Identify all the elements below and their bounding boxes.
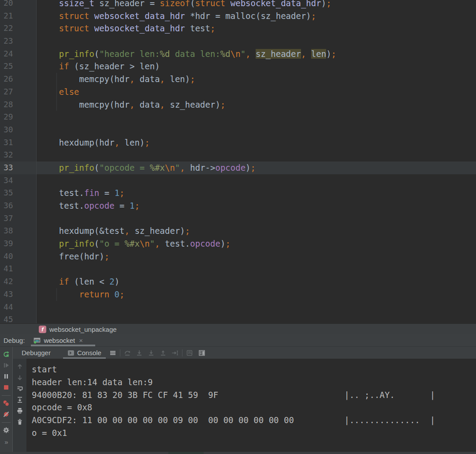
line-number: 23 bbox=[0, 35, 37, 48]
editor-line-43[interactable]: 43 return 0; bbox=[0, 288, 476, 301]
force-step-into-icon[interactable] bbox=[148, 349, 155, 356]
line-number: 38 bbox=[0, 225, 37, 237]
console-output[interactable]: startheader len:14 data len:994000B20: 8… bbox=[26, 359, 476, 452]
pause-icon[interactable] bbox=[3, 373, 10, 380]
code-line-text: struct websocket_data_hdr test; bbox=[37, 22, 476, 35]
editor-line-35[interactable]: 35 test.fin = 1; bbox=[0, 187, 476, 199]
line-number: 36 bbox=[0, 199, 37, 212]
editor-line-38[interactable]: 38 hexdump(&test, sz_header); bbox=[0, 225, 476, 237]
code-line-text bbox=[37, 301, 476, 314]
view-breakpoints-icon[interactable] bbox=[3, 400, 10, 407]
code-line-text: test.opcode = 1; bbox=[37, 199, 476, 212]
line-number: 21 bbox=[0, 10, 37, 23]
code-line-text: if (sz_header > len) bbox=[37, 60, 476, 73]
code-line-text: pr_info("header len:%d data len:%d\n", s… bbox=[37, 48, 476, 60]
step-over-icon[interactable] bbox=[124, 349, 131, 356]
line-number: 41 bbox=[0, 263, 37, 275]
console-toolbar bbox=[13, 359, 26, 452]
debug-session-tab[interactable]: websocket × bbox=[31, 334, 95, 346]
code-line-text: if (len < 2) bbox=[37, 275, 476, 288]
app-window-icon bbox=[33, 337, 41, 344]
soft-wrap-icon[interactable] bbox=[16, 385, 23, 392]
console-line: header len:14 data len:9 bbox=[32, 376, 476, 389]
debug-controls-toolbar: » bbox=[0, 347, 13, 452]
code-line-text bbox=[37, 124, 476, 136]
resume-icon[interactable] bbox=[3, 362, 10, 369]
down-arrow-icon[interactable] bbox=[16, 374, 23, 381]
settings-icon[interactable] bbox=[3, 427, 10, 434]
editor-line-33[interactable]: 33 pr_info("opcode = %#x\n", hdr->opcode… bbox=[0, 161, 476, 174]
line-number: 31 bbox=[0, 136, 37, 149]
line-number: 25 bbox=[0, 60, 37, 73]
editor-line-22[interactable]: 22 struct websocket_data_hdr test; bbox=[0, 22, 476, 35]
mute-breakpoints-icon[interactable] bbox=[3, 411, 10, 418]
editor-line-23[interactable]: 23 bbox=[0, 35, 476, 48]
close-icon[interactable]: × bbox=[79, 337, 83, 344]
editor-line-30[interactable]: 30 bbox=[0, 124, 476, 136]
code-line-text bbox=[37, 263, 476, 275]
tab-debugger[interactable]: Debugger bbox=[17, 347, 55, 359]
step-into-icon[interactable] bbox=[136, 349, 143, 356]
editor-line-36[interactable]: 36 test.opcode = 1; bbox=[0, 199, 476, 212]
restore-layout-icon[interactable] bbox=[198, 349, 205, 356]
line-number: 35 bbox=[0, 187, 37, 199]
step-out-icon[interactable] bbox=[160, 349, 167, 356]
code-line-text bbox=[37, 111, 476, 124]
console-line: A0C9CDF2: 11 00 00 00 00 00 09 00 00 00 … bbox=[32, 414, 476, 427]
print-icon[interactable] bbox=[16, 407, 23, 414]
tab-console-label: Console bbox=[77, 349, 101, 356]
up-arrow-icon[interactable] bbox=[16, 363, 23, 370]
editor-line-34[interactable]: 34 bbox=[0, 174, 476, 187]
editor-line-41[interactable]: 41 bbox=[0, 263, 476, 275]
editor-line-39[interactable]: 39 pr_info("o = %#x\n", test.opcode); bbox=[0, 237, 476, 250]
code-line-text: struct websocket_data_hdr *hdr = malloc(… bbox=[37, 10, 476, 23]
code-line-text: pr_info("o = %#x\n", test.opcode); bbox=[37, 237, 476, 250]
tab-debugger-label: Debugger bbox=[22, 349, 51, 356]
divider bbox=[120, 349, 120, 356]
line-number: 26 bbox=[0, 73, 37, 86]
line-number: 22 bbox=[0, 22, 37, 35]
editor-line-21[interactable]: 21 struct websocket_data_hdr *hdr = mall… bbox=[0, 10, 476, 23]
code-line-text: test.fin = 1; bbox=[37, 187, 476, 199]
line-number: 43 bbox=[0, 288, 37, 301]
editor-line-44[interactable]: 44 bbox=[0, 301, 476, 314]
divider bbox=[2, 422, 11, 423]
editor-line-32[interactable]: 32 bbox=[0, 149, 476, 161]
line-number: 42 bbox=[0, 275, 37, 288]
editor-line-45[interactable]: 45 bbox=[0, 313, 476, 323]
debug-panel: » Debugger Console bbox=[0, 347, 476, 452]
breadcrumb: f websocket_unpackage bbox=[0, 323, 476, 334]
scroll-to-end-icon[interactable] bbox=[16, 396, 23, 403]
editor-line-29[interactable]: 29 bbox=[0, 111, 476, 124]
clear-console-icon[interactable] bbox=[16, 418, 23, 425]
editor-line-27[interactable]: 27 else bbox=[0, 86, 476, 98]
editor-line-24[interactable]: 24 pr_info("header len:%d data len:%d\n"… bbox=[0, 48, 476, 60]
editor-line-25[interactable]: 25 if (sz_header > len) bbox=[0, 60, 476, 73]
ide-window: 20 ssize_t sz_header = sizeof(struct web… bbox=[0, 0, 476, 454]
line-number: 40 bbox=[0, 250, 37, 263]
editor-line-26[interactable]: 26 memcpy(hdr, data, len); bbox=[0, 73, 476, 86]
line-number: 33 bbox=[0, 161, 37, 174]
stop-icon[interactable] bbox=[3, 384, 10, 391]
editor-line-28[interactable]: 28 memcpy(hdr, data, sz_header); bbox=[0, 98, 476, 111]
evaluate-expression-icon[interactable] bbox=[186, 349, 193, 356]
editor-line-31[interactable]: 31 hexdump(hdr, len); bbox=[0, 136, 476, 149]
editor-line-37[interactable]: 37 bbox=[0, 212, 476, 225]
editor-line-20[interactable]: 20 ssize_t sz_header = sizeof(struct web… bbox=[0, 0, 476, 10]
tab-console[interactable]: Console bbox=[63, 347, 106, 359]
hamburger-menu-icon[interactable] bbox=[109, 349, 116, 356]
line-number: 34 bbox=[0, 174, 37, 187]
code-line-text bbox=[37, 35, 476, 48]
breadcrumb-function-label[interactable]: websocket_unpackage bbox=[49, 326, 117, 333]
editor-line-42[interactable]: 42 if (len < 2) bbox=[0, 275, 476, 288]
debug-tabs-toolbar: Debugger Console bbox=[13, 347, 476, 359]
code-line-text bbox=[37, 212, 476, 225]
line-number: 44 bbox=[0, 301, 37, 314]
more-chevrons[interactable]: » bbox=[4, 438, 7, 446]
editor-line-40[interactable]: 40 free(hdr); bbox=[0, 250, 476, 263]
code-line-text bbox=[37, 149, 476, 161]
code-line-text: pr_info("opcode = %#x\n", hdr->opcode); bbox=[37, 161, 476, 174]
run-to-cursor-icon[interactable] bbox=[171, 349, 178, 356]
code-editor[interactable]: 20 ssize_t sz_header = sizeof(struct web… bbox=[0, 0, 476, 323]
rerun-icon[interactable] bbox=[3, 351, 10, 358]
